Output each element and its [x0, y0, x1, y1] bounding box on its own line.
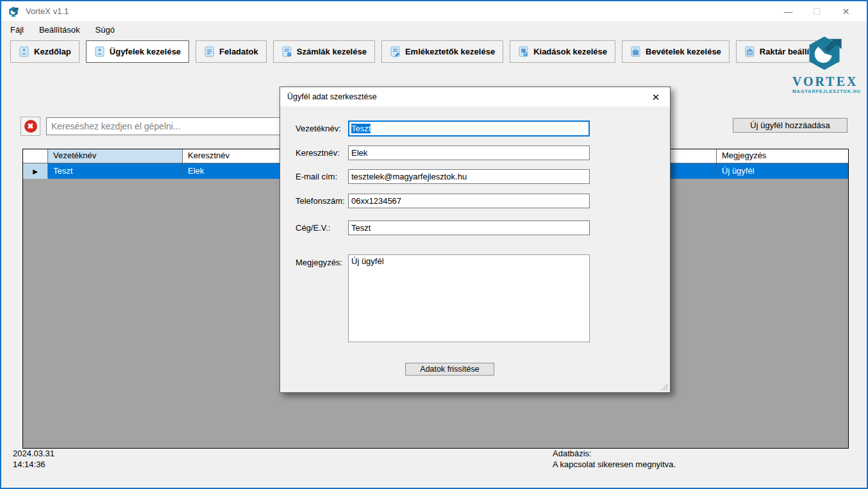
clear-search-icon: ✖: [24, 120, 37, 133]
email-field[interactable]: [348, 169, 590, 184]
warehouse-icon: [744, 46, 755, 57]
email-label: E-mail cím:: [296, 172, 337, 181]
income-icon: [630, 46, 641, 57]
table-header-corner[interactable]: [23, 149, 48, 163]
lastname-label: Vezetéknév:: [296, 124, 341, 133]
window-controls: — ☐ ✕: [774, 1, 860, 21]
status-database: Adatbázis: A kapcsolat sikeresen megnyit…: [553, 448, 676, 470]
toolbar-button-reminders[interactable]: Emlékeztetők kezelése: [381, 40, 503, 63]
app-logo-icon: [8, 6, 19, 17]
toolbar-button-label: Emlékeztetők kezelése: [405, 47, 495, 56]
reminders-icon: [390, 46, 401, 57]
clear-search-button[interactable]: ✖: [21, 117, 40, 136]
status-datetime: 2024.03.31 14:14:36: [13, 448, 54, 470]
svg-text:0: 0: [524, 52, 526, 56]
dialog-title: Ügyfél adat szerkesztése: [287, 92, 377, 101]
firstname-field[interactable]: [348, 145, 590, 160]
table-header-lastname[interactable]: Vezetéknév: [48, 149, 183, 163]
add-customer-button[interactable]: Új ügyfél hozzáadása: [733, 118, 847, 133]
cell-note[interactable]: Új ügyfél: [717, 163, 848, 179]
toolbar-button-invoices[interactable]: Számlák kezelése: [273, 40, 375, 63]
toolbar-button-tasks[interactable]: Feladatok: [196, 40, 267, 63]
tasks-icon: [204, 46, 215, 57]
window-title: VorteX v1.1: [26, 6, 69, 16]
vortex-logo-word: VORTEX: [792, 74, 856, 89]
lastname-field[interactable]: Teszt: [348, 120, 590, 137]
vortex-logo-subtitle: MAGYARFEJLESZTOK.HU: [792, 89, 856, 94]
search-input[interactable]: [46, 117, 282, 135]
toolbar-button-expenses[interactable]: 0 Kiadások kezelése: [510, 40, 615, 63]
invoices-icon: [281, 46, 292, 57]
company-field[interactable]: [348, 220, 590, 235]
maximize-button[interactable]: ☐: [803, 1, 831, 21]
phone-field[interactable]: [348, 194, 590, 208]
status-db-label: Adatbázis:: [553, 448, 676, 459]
vortex-logo-icon: [805, 35, 844, 72]
app-window: VorteX v1.1 — ☐ ✕ Fájl Beállítások Súgó …: [0, 0, 868, 489]
note-field[interactable]: Új ügyfél: [348, 254, 590, 342]
table-header-note[interactable]: Megjegyzés: [717, 149, 848, 163]
toolbar-button-clients[interactable]: Ügyfelek kezelése: [86, 40, 189, 63]
phone-label: Telefonszám:: [296, 196, 345, 206]
toolbar-button-income[interactable]: Bevételek kezelése: [622, 40, 730, 63]
row-selector-icon[interactable]: ▶: [23, 163, 48, 179]
vortex-logo: VORTEX MAGYARFEJLESZTOK.HU: [792, 35, 856, 94]
toolbar-button-label: Ügyfelek kezelése: [110, 47, 181, 56]
firstname-label: Keresztnév:: [296, 148, 340, 158]
toolbar-button-label: Kiadások kezelése: [533, 47, 607, 56]
cell-lastname[interactable]: Teszt: [48, 163, 183, 179]
menu-bar: Fájl Beállítások Súgó: [1, 21, 867, 38]
menu-settings[interactable]: Beállítások: [33, 22, 87, 37]
title-bar: VorteX v1.1 — ☐ ✕: [1, 1, 867, 21]
close-button[interactable]: ✕: [831, 1, 860, 21]
status-date: 2024.03.31: [13, 448, 54, 459]
menu-help[interactable]: Súgó: [89, 22, 121, 37]
status-db-message: A kapcsolat sikeresen megnyitva.: [553, 459, 676, 470]
expenses-icon: 0: [518, 46, 529, 57]
toolbar-button-label: Bevételek kezelése: [646, 47, 721, 56]
dialog-close-button[interactable]: ✕: [649, 91, 662, 104]
lastname-selected-text: Teszt: [351, 124, 371, 133]
status-time: 14:14:36: [13, 459, 54, 470]
minimize-button[interactable]: —: [774, 1, 803, 21]
toolbar-button-home[interactable]: Kezdőlap: [10, 40, 79, 63]
toolbar-button-label: Számlák kezelése: [297, 47, 367, 56]
menu-file[interactable]: Fájl: [4, 22, 30, 37]
home-icon: [19, 46, 29, 57]
company-label: Cég/E.V.:: [296, 223, 330, 233]
edit-customer-dialog: Ügyfél adat szerkesztése ✕ Vezetéknév: T…: [280, 87, 671, 393]
clients-icon: [94, 46, 105, 57]
toolbar-button-label: Kezdőlap: [34, 47, 71, 56]
resize-grip[interactable]: [662, 384, 668, 390]
note-label: Megjegyzés:: [296, 258, 342, 267]
update-data-button[interactable]: Adatok frissítése: [405, 363, 494, 376]
toolbar-button-label: Feladatok: [219, 47, 258, 56]
toolbar: Kezdőlap Ügyfelek kezelése Feladatok Szá…: [10, 40, 839, 63]
dialog-title-bar: Ügyfél adat szerkesztése ✕: [280, 87, 670, 106]
